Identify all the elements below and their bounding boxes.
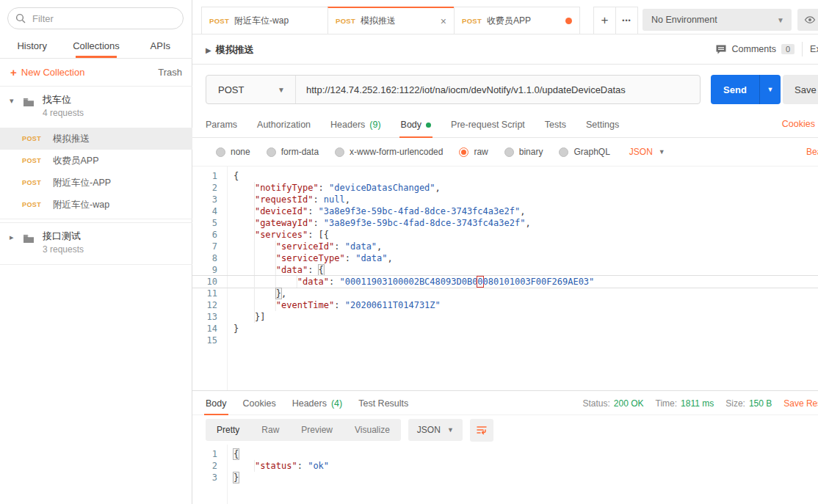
sidebar-request-item[interactable]: POST模拟推送 — [0, 128, 192, 150]
environment-selector[interactable]: No Environment ▼ — [643, 9, 792, 31]
line-number: 13 — [192, 311, 217, 323]
view-mode-preview[interactable]: Preview — [290, 419, 344, 441]
filter-box[interactable] — [7, 7, 184, 29]
body-mode-none[interactable]: none — [216, 147, 250, 157]
sidebar-tab-history[interactable]: History — [0, 35, 64, 58]
line-number: 5 — [192, 217, 217, 229]
beautify-link[interactable]: Beautify — [806, 147, 818, 157]
response-body-editor[interactable]: 1{2 "status": "ok"3} — [192, 445, 818, 504]
collection-collapsed-caret-icon[interactable]: ▸ — [10, 233, 14, 242]
token: { — [233, 448, 239, 460]
open-request-tab[interactable]: POST收费员APP — [454, 7, 580, 34]
save-button[interactable]: Save — [783, 75, 818, 104]
new-tab-button[interactable]: + — [594, 7, 616, 34]
save-response-button[interactable]: Save Response — [783, 398, 818, 409]
view-mode-pretty[interactable]: Pretty — [206, 419, 250, 441]
response-tab-test-results[interactable]: Test Results — [358, 391, 408, 415]
sidebar-request-item[interactable]: POST附近车位-APP — [0, 172, 192, 194]
sidebar-tab-apis[interactable]: APIs — [129, 35, 192, 58]
request-tab-tests[interactable]: Tests — [545, 112, 566, 138]
environment-quick-look-button[interactable] — [797, 9, 818, 31]
send-button[interactable]: Send — [711, 75, 759, 104]
token: 080101003F00F269AE03" — [483, 277, 595, 287]
line-content: } — [217, 323, 818, 335]
sidebar-request-item[interactable]: POST附近车位-wap — [0, 194, 192, 216]
line-content: "requestId": null, — [217, 194, 818, 205]
body-format-selector[interactable]: JSON ▼ — [629, 147, 665, 157]
new-collection-button[interactable]: + New Collection — [10, 66, 84, 78]
mode-label: none — [231, 147, 250, 157]
response-tab-body[interactable]: Body — [206, 391, 227, 415]
token: { — [318, 264, 325, 276]
method-label: POST — [336, 17, 355, 25]
collection-expanded-caret-icon[interactable]: ▾ — [10, 96, 14, 106]
request-tab-settings[interactable]: Settings — [586, 112, 619, 138]
sidebar-tab-collections[interactable]: Collections — [64, 35, 128, 58]
token — [234, 460, 255, 472]
line-content: } — [217, 472, 818, 483]
view-mode-visualize[interactable]: Visualize — [344, 419, 401, 441]
line-number: 12 — [192, 299, 217, 311]
tab-title: 收费员APP — [487, 15, 531, 27]
body-mode-form-data[interactable]: form-data — [267, 147, 319, 157]
divider — [802, 42, 803, 56]
request-name[interactable]: ▶ 模拟推送 — [206, 43, 254, 56]
response-tab-headers[interactable]: Headers(4) — [292, 391, 343, 415]
line-number: 1 — [192, 170, 217, 182]
send-options-button[interactable]: ▼ — [759, 75, 781, 104]
request-tab-authorization[interactable]: Authorization — [257, 112, 311, 138]
view-mode-raw[interactable]: Raw — [250, 419, 290, 441]
request-body-editor[interactable]: 1{2 "notifyType": "deviceDatasChanged",3… — [192, 166, 818, 390]
request-tab-headers[interactable]: Headers(9) — [330, 112, 381, 138]
code-line: 7 "serviceId": "data", — [192, 241, 818, 252]
collection-header[interactable]: ▸接口测试3 requests — [0, 223, 192, 264]
wrap-lines-button[interactable] — [470, 419, 493, 442]
token: : — [345, 253, 355, 263]
token — [234, 288, 276, 299]
request-tab-pre-request-script[interactable]: Pre-request Script — [451, 112, 525, 138]
line-content: "status": "ok" — [217, 460, 818, 472]
method-selector[interactable]: POST ▼ — [206, 76, 296, 103]
response-tab-cookies[interactable]: Cookies — [243, 391, 276, 415]
sidebar-request-item[interactable]: POST收费员APP — [0, 150, 192, 172]
tab-label: Headers — [292, 391, 327, 416]
tab-options-button[interactable]: ••• — [616, 7, 637, 34]
request-title-row: ▶ 模拟推送 Comments 0 Examples — [192, 34, 818, 65]
url-input[interactable]: http://124.74.252.162:1122/iot/na/iocm/d… — [296, 84, 700, 95]
url-row: POST ▼ http://124.74.252.162:1122/iot/na… — [192, 65, 818, 112]
response-tabs: BodyCookiesHeaders(4)Test Results — [206, 391, 408, 415]
trash-button[interactable]: Trash — [158, 67, 182, 78]
token — [234, 276, 297, 288]
folder-icon — [23, 233, 35, 246]
open-request-tab[interactable]: POST附近车位-wap — [201, 7, 327, 34]
request-tab-params[interactable]: Params — [206, 112, 237, 138]
code-line: 6 "services": [{ — [192, 229, 818, 241]
code-line: 2 "status": "ok" — [192, 460, 818, 472]
examples-button[interactable]: Examples — [810, 44, 818, 54]
collection-header[interactable]: ▾找车位4 requests — [0, 87, 192, 128]
filter-input[interactable] — [31, 12, 175, 25]
tab-label: Settings — [586, 112, 619, 137]
token: : — [308, 265, 318, 275]
size-pair: Size: 150 B — [725, 398, 772, 409]
line-content: "gatewayId": "3a8e9f3e-59bc-4fad-8dce-37… — [217, 217, 818, 229]
comments-button[interactable]: Comments 0 — [715, 44, 795, 55]
response-meta: Status: 200 OK Time: 1811 ms Size: 150 B… — [582, 391, 818, 415]
body-mode-GraphQL[interactable]: GraphQL — [559, 147, 609, 157]
body-mode-binary[interactable]: binary — [504, 147, 543, 157]
open-request-tab[interactable]: POST模拟推送× — [327, 7, 454, 34]
response-format-selector[interactable]: JSON ▼ — [408, 419, 463, 441]
time-label: Time: — [656, 398, 678, 409]
token: "ok" — [308, 461, 329, 471]
request-tab-body[interactable]: Body — [401, 112, 432, 138]
token: "serviceType" — [276, 253, 345, 263]
chevron-down-icon: ▼ — [659, 148, 665, 156]
close-icon[interactable]: × — [441, 15, 446, 27]
token: "20200611T014731Z" — [345, 300, 441, 310]
divider — [0, 219, 192, 219]
tab-label: Test Results — [358, 391, 408, 416]
body-mode-x-www-form-urlencoded[interactable]: x-www-form-urlencoded — [335, 147, 443, 157]
body-mode-raw[interactable]: raw — [459, 147, 488, 157]
line-number: 3 — [192, 472, 217, 483]
cookies-link[interactable]: Cookies — [782, 112, 815, 136]
